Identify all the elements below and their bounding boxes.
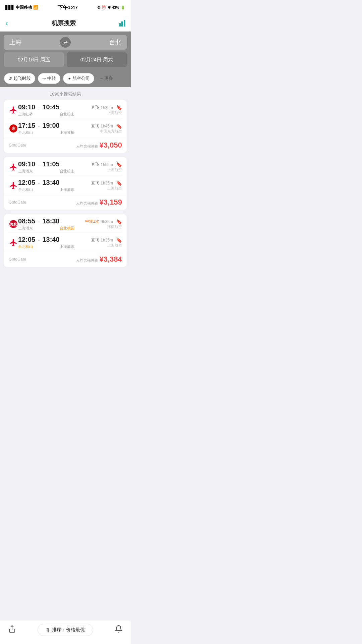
arrive-time-2: 19:00 (42, 122, 59, 129)
flight-type-2: 直飞 (91, 237, 99, 243)
airline-name-2: 上海航空 (107, 243, 122, 248)
flight-type-2: 直飞 (91, 123, 99, 129)
depart-time: 09:10 (18, 103, 35, 111)
flight-duration-2: 1h35m (101, 238, 113, 243)
bookmark-icon-2: 🔖 (116, 180, 122, 186)
card-source: GotoGate (9, 200, 26, 205)
card-footer: GotoGate 人均含税总价 ¥3,159 (4, 195, 127, 210)
price-label: 人均含税总价 (76, 201, 98, 206)
depart-time-2: 17:15 (18, 122, 35, 129)
to-airport: 台北松山 (60, 169, 74, 174)
depart-time: 08:55 (18, 217, 35, 225)
depart-time: 09:10 (18, 160, 35, 168)
airline-logo-3 (9, 162, 18, 172)
from-airport: 上海浦东 (18, 169, 33, 174)
airline-logo-2: 东 (9, 124, 18, 133)
airline-logo-5: 海航 (9, 219, 18, 229)
to-airport-2: 上海浦东 (60, 187, 74, 192)
flight-card[interactable]: 09:10 - 11:05 上海浦东 台北松山 直飞 1h55m 🔖 上海航空 (4, 157, 127, 210)
depart-time-2: 12:05 (18, 236, 35, 244)
search-section: 上海 ⇌ 台北 02月16日 周五 02月24日 周六 (0, 32, 131, 73)
page-title: 机票搜索 (52, 19, 76, 27)
flight-type: 直飞 (91, 105, 99, 110)
status-time: 下午1:47 (58, 4, 78, 11)
route-row[interactable]: 上海 ⇌ 台北 (4, 35, 127, 50)
filter-row: ↺ 起飞时段 ⇢ 中转 ✈ 航空公司 ··· 更多 (0, 73, 131, 87)
date-row: 02月16日 周五 02月24日 周六 (4, 52, 127, 67)
flight-segment: 09:10 - 11:05 上海浦东 台北松山 直飞 1h55m 🔖 上海航空 (4, 157, 127, 175)
flight-segment: 09:10 - 10:45 上海虹桥 台北松山 直飞 1h35m 🔖 上海航空 (4, 100, 127, 118)
svg-text:东: 东 (12, 126, 16, 130)
arrive-time: 18:30 (42, 217, 59, 225)
airline-name-2: 上海航空 (107, 186, 122, 191)
return-date-button[interactable]: 02月24日 周六 (67, 52, 127, 67)
arrive-time-2: 13:40 (42, 236, 59, 244)
nav-bar: ‹ 机票搜索 (0, 15, 131, 32)
svg-text:海航: 海航 (10, 222, 17, 226)
airline-name: 海南航空 (107, 224, 122, 229)
bookmark-icon-2: 🔖 (116, 237, 122, 243)
flight-duration: 1h35m (101, 105, 113, 110)
flight-segment: 东 17:15 - 19:00 台北松山 上海虹桥 直飞 1h45m 🔖 (4, 118, 127, 137)
filter-transfer-button[interactable]: ⇢ 中转 (38, 73, 60, 84)
card-footer: GotoGate 人均含税总价 ¥3,384 (4, 252, 127, 267)
flight-segment: 12:05 - 13:40 台北松山 上海浦东 直飞 1h35m 🔖 上海航空 (4, 175, 127, 194)
card-footer: GotoGate 人均含税总价 ¥3,050 (4, 138, 127, 153)
bookmark-icon: 🔖 (116, 219, 122, 224)
back-button[interactable]: ‹ (5, 18, 8, 28)
stats-icon[interactable] (119, 20, 125, 26)
from-city: 上海 (9, 38, 21, 46)
swap-button[interactable]: ⇌ (60, 37, 71, 48)
arrive-time: 10:45 (42, 103, 59, 111)
depart-time-2: 12:05 (18, 179, 35, 186)
airline-name: 上海航空 (107, 167, 122, 172)
airline-logo-4 (9, 181, 18, 190)
status-bar: ▋▋▋ 中国移动 📶 下午1:47 ⊙ ⏰ ✱ 43% 🔋 (0, 0, 131, 15)
results-count: 1090个搜索结果 (0, 87, 131, 100)
flight-type-2: 直飞 (91, 180, 99, 186)
card-price: ¥3,050 (100, 141, 122, 150)
card-price: ¥3,159 (100, 198, 122, 207)
flight-type: 中转1次 (85, 219, 100, 224)
card-source: GotoGate (9, 257, 26, 262)
flight-duration-2: 1h45m (101, 124, 113, 128)
flight-segment: 海航 08:55 - 18:30 上海浦东 台北桃园 中转1次 9h35m 🔖 (4, 214, 127, 232)
airline-logo-6 (9, 238, 18, 247)
status-right: ⊙ ⏰ ✱ 43% 🔋 (97, 5, 125, 10)
card-source: GotoGate (9, 143, 26, 148)
to-airport: 台北松山 (60, 112, 74, 117)
flight-card[interactable]: 海航 08:55 - 18:30 上海浦东 台北桃园 中转1次 9h35m 🔖 (4, 214, 127, 267)
airline-logo (9, 105, 18, 115)
arrive-time-2: 13:40 (42, 179, 59, 186)
to-city: 台北 (109, 38, 121, 46)
bookmark-icon: 🔖 (116, 162, 122, 167)
filter-airline-button[interactable]: ✈ 航空公司 (63, 73, 94, 84)
to-airport-2: 上海虹桥 (60, 130, 74, 135)
from-airport: 上海浦东 (18, 226, 33, 231)
results-area: 1090个搜索结果 09:10 - 10:45 上海虹桥 台北松山 (0, 87, 131, 298)
flight-duration: 9h35m (101, 219, 113, 224)
to-airport-2: 上海浦东 (60, 244, 74, 249)
status-carrier: ▋▋▋ 中国移动 📶 (5, 5, 38, 10)
bookmark-icon-2: 🔖 (116, 123, 122, 129)
airline-name-2: 中国东方航空 (100, 129, 122, 134)
bookmark-icon: 🔖 (116, 105, 122, 110)
flight-card[interactable]: 09:10 - 10:45 上海虹桥 台北松山 直飞 1h35m 🔖 上海航空 (4, 100, 127, 153)
filter-more-button[interactable]: ··· 更多 (97, 73, 116, 84)
from-airport-2: 台北松山 (18, 187, 33, 192)
from-airport-2: 台北松山 (18, 244, 33, 249)
flight-duration: 1h55m (101, 162, 113, 167)
price-label: 人均含税总价 (76, 258, 98, 263)
arrive-time: 11:05 (42, 160, 59, 168)
filter-departure-button[interactable]: ↺ 起飞时段 (4, 73, 35, 84)
to-airport: 台北桃园 (60, 226, 74, 231)
flight-duration-2: 1h35m (101, 181, 113, 185)
flight-segment: 12:05 - 13:40 台北松山 上海浦东 直飞 1h35m 🔖 上海航空 (4, 232, 127, 251)
from-airport-2: 台北松山 (18, 130, 33, 135)
card-price: ¥3,384 (100, 255, 122, 264)
airline-name: 上海航空 (107, 110, 122, 115)
flight-type: 直飞 (91, 162, 99, 167)
from-airport: 上海虹桥 (18, 112, 33, 117)
price-label: 人均含税总价 (76, 144, 98, 149)
depart-date-button[interactable]: 02月16日 周五 (4, 52, 64, 67)
